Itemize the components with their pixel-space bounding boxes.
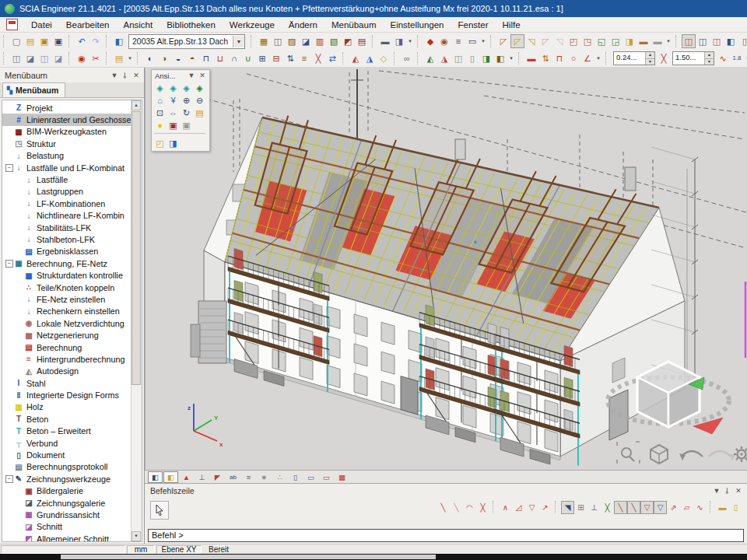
spinner-down-icon[interactable]: ▼	[705, 59, 714, 65]
view-axo-4-icon[interactable]: ◈	[193, 82, 206, 94]
menu-item-bearbeiten[interactable]: Bearbeiten	[59, 19, 117, 31]
tree-item-belastung[interactable]: ↓Belastung	[2, 150, 131, 162]
print-preview-icon[interactable]: ◨	[392, 34, 406, 48]
frame-view-1-icon[interactable]: ◸	[496, 34, 510, 48]
clipboard-view-icon[interactable]: ◰	[153, 137, 167, 149]
toolbar-overflow-caret[interactable]: ▾	[744, 55, 747, 61]
tree-item-fe-netz-einstellen[interactable]: ↓FE-Netz einstellen	[2, 293, 131, 305]
member-op-9-icon[interactable]: ⊞	[255, 51, 269, 65]
frame-view-11-icon[interactable]: ▬	[637, 34, 651, 48]
ratio-tool-icon[interactable]: 1.8	[730, 51, 744, 65]
frame-view-3-icon[interactable]: ◹	[524, 34, 538, 48]
window-view-icon[interactable]: ◨	[167, 137, 180, 149]
tree-item-strukturdaten-kontrollie[interactable]: ▦Strukturdaten kontrollie	[2, 269, 131, 281]
intersect-icon[interactable]: ╳	[311, 51, 325, 65]
tree-item-holz[interactable]: ▥Holz	[2, 401, 131, 413]
tab-flags-icon[interactable]: ◤	[210, 471, 225, 483]
toolbar-overflow-caret[interactable]: ▾	[126, 55, 134, 61]
snap-intersection-icon[interactable]: ╳	[476, 501, 489, 514]
calc-camera-icon[interactable]: ◉	[437, 34, 451, 48]
zoom-out-icon[interactable]: ⊖	[193, 94, 206, 107]
tree-item-ergebnisklassen[interactable]: ▤Ergebnisklassen	[2, 246, 131, 257]
menu-item-ansicht[interactable]: Ansicht	[116, 19, 160, 31]
frame-view-6-icon[interactable]: ◰	[566, 34, 580, 48]
cmd-dropdown-icon[interactable]: ▼	[711, 485, 722, 496]
menu-item-werkzeuge[interactable]: Werkzeuge	[223, 19, 282, 31]
tree-item-beton[interactable]: TBeton	[2, 413, 131, 425]
node-display-1-icon[interactable]: ◫	[682, 34, 696, 48]
tab-document-icon[interactable]: ▯	[288, 471, 303, 483]
member-op-8-icon[interactable]: ∪	[241, 51, 255, 65]
frame-view-10-icon[interactable]: ◨	[622, 34, 637, 48]
member-op-7-icon[interactable]: ∩	[227, 51, 241, 65]
snap-midpoint-icon[interactable]: ╲	[450, 501, 463, 514]
tree-item-lastfälle-und-lf-kombinat[interactable]: −↓Lastfälle und LF-Kombinat	[2, 162, 131, 173]
tab-dimensions-icon[interactable]: ⊥	[195, 471, 209, 483]
snap-dot-grid-icon[interactable]: ⊞	[574, 501, 587, 514]
tree-item-teile-knoten-koppeln[interactable]: ∴Teile/Knoten koppeln	[2, 282, 131, 293]
tool-clipping-icon[interactable]: ◩	[341, 34, 355, 48]
paste-1-icon[interactable]: ◨	[479, 51, 493, 65]
tree-item-berechnung[interactable]: ▤Berechnung	[2, 341, 131, 353]
paste-2-icon[interactable]: ◧	[493, 51, 507, 65]
tab-supports-icon[interactable]: ▲	[179, 471, 194, 483]
node-display-5-icon[interactable]: ▯	[738, 34, 747, 48]
tool-filter-icon[interactable]: ▥	[313, 34, 327, 48]
tree-item-lokale-netzverdichtung[interactable]: ◉Lokale Netzverdichtung	[2, 317, 131, 329]
tree-item-dokument[interactable]: ▯Dokument	[2, 449, 131, 460]
snap-direction-icon[interactable]: ↗	[538, 501, 552, 514]
connect-nodes-icon[interactable]: ◭	[349, 51, 363, 65]
menu-item-ändern[interactable]: Ändern	[282, 19, 324, 31]
tree-item-nichtlineare-lf-kombin[interactable]: ↓Nichtlineare LF-Kombin	[2, 210, 131, 222]
snap-curve-icon[interactable]: ∿	[693, 501, 707, 514]
frame-view-4-icon[interactable]: ◸	[538, 34, 552, 48]
tool-selection-icon[interactable]: ◪	[299, 34, 313, 48]
panel-close-icon[interactable]: ✕	[131, 70, 142, 81]
visibility-icon[interactable]: ◉	[75, 51, 89, 65]
zoom-in-icon[interactable]: ⊕	[180, 94, 193, 107]
tool-view-params-icon[interactable]: ▧	[327, 34, 341, 48]
tree-item-autodesign[interactable]: ◭Autodesign	[2, 366, 131, 377]
tree-item-zeichnungsgalerie[interactable]: ◪Zeichnungsgalerie	[2, 497, 131, 509]
tab-screen-1-icon[interactable]: ▭	[303, 471, 318, 483]
member-op-2-icon[interactable]: ◑	[157, 51, 171, 65]
tree-scrollbar[interactable]: ▲ ▼	[131, 100, 142, 541]
view-axo-1-icon[interactable]: ◈	[153, 82, 167, 94]
measure-icon[interactable]: ≡	[451, 34, 465, 48]
light-toggle-icon[interactable]: ●	[153, 119, 167, 131]
tree-item-allgemeiner-schnitt[interactable]: ◩Allgemeiner Schnitt	[2, 533, 131, 542]
frame-view-9-icon[interactable]: ◲	[608, 34, 622, 48]
zoom-window-icon[interactable]: ⊡	[153, 107, 167, 119]
snap-polar-icon[interactable]: ⇗	[667, 501, 680, 514]
member-op-3-icon[interactable]: ◒	[171, 51, 185, 65]
panel-pin-icon[interactable]: ⊸	[120, 70, 131, 81]
menu-item-fenster[interactable]: Fenster	[451, 19, 496, 31]
snap-face-icon[interactable]: ▽	[525, 501, 538, 514]
view-person-icon[interactable]: ¥	[167, 94, 180, 107]
status-coordinates-field[interactable]	[1, 545, 125, 554]
view-front-icon[interactable]: ⌂	[153, 94, 167, 107]
status-plane[interactable]: Ebene XY	[156, 545, 202, 554]
tab-menubaum[interactable]: ▚Menübaum	[2, 82, 65, 97]
tab-render-mode-icon[interactable]: ∗	[257, 471, 272, 483]
tree-item-netzgenerierung[interactable]: ▩Netzgenerierung	[2, 329, 131, 341]
snap-tri-2-icon[interactable]: ▽	[654, 501, 667, 514]
doc-info-icon[interactable]: ▭	[465, 34, 479, 48]
tool-layers-icon[interactable]: ◫	[271, 34, 285, 48]
save-all-icon[interactable]: ▣	[37, 34, 51, 48]
tree-item-lastfälle[interactable]: ↓Lastfälle	[2, 173, 131, 185]
group-1-icon[interactable]: ◭	[423, 51, 437, 65]
save-icon[interactable]: ▣	[51, 34, 65, 48]
print-icon[interactable]: ▬	[378, 34, 392, 48]
tool-structure-icon[interactable]: ▦	[257, 34, 271, 48]
tab-screen-2-icon[interactable]: ▭	[319, 471, 334, 483]
tree-item-berechnungsprotokoll[interactable]: ▤Berechnungsprotokoll	[2, 461, 131, 473]
3d-viewport[interactable]: zYx Ansi... ▼ ✕ ◈◈◈◈⌂¥⊕⊖⊡⇔↻▤●▣▣◰◨	[145, 68, 747, 470]
snapshot-1-icon[interactable]: ▣	[167, 119, 180, 131]
node-display-3-icon[interactable]: ◫	[710, 34, 724, 48]
tool-galleries-icon[interactable]: ▤	[355, 34, 369, 48]
copy-sheet-1-icon[interactable]: ◫	[451, 51, 465, 65]
tree-item-grundrissansicht[interactable]: ▦Grundrissansicht	[2, 509, 131, 520]
tab-rendered-view-icon[interactable]: ◧	[163, 471, 178, 483]
tab-labels-icon[interactable]: ab	[226, 471, 240, 483]
